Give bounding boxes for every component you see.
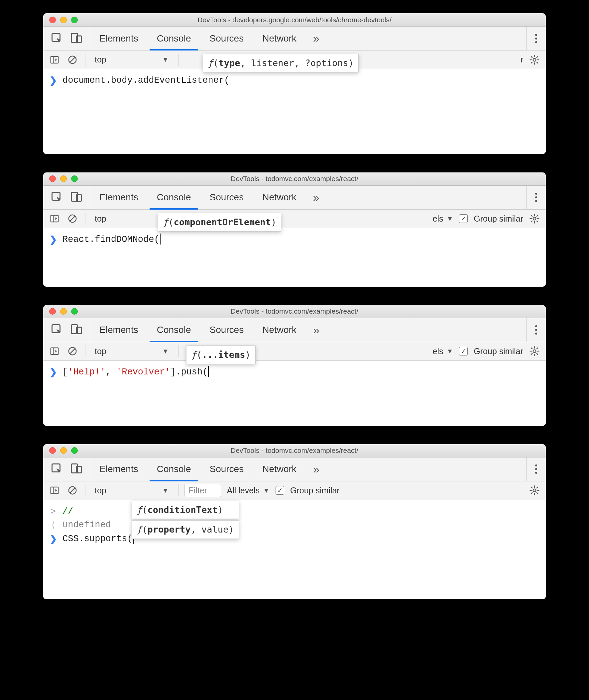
clear-console-icon[interactable] <box>66 55 79 65</box>
inspect-element-icon[interactable] <box>50 32 62 45</box>
tab-console[interactable]: Console <box>148 186 200 209</box>
console-input[interactable]: CSS.supports( <box>62 532 134 546</box>
zoom-icon[interactable] <box>71 17 78 23</box>
tab-network[interactable]: Network <box>253 457 306 481</box>
tabs-overflow-icon[interactable]: » <box>306 27 327 50</box>
console-input[interactable]: document.body.addEventListener( <box>62 74 230 88</box>
tab-console[interactable]: Console <box>148 457 200 481</box>
tab-network[interactable]: Network <box>253 318 306 342</box>
settings-gear-icon[interactable] <box>528 54 541 65</box>
minimize-icon[interactable] <box>60 447 67 454</box>
svg-rect-3 <box>51 56 58 63</box>
clear-console-icon[interactable] <box>66 485 79 495</box>
svg-rect-54 <box>51 487 58 494</box>
toggle-sidebar-icon[interactable] <box>48 214 61 224</box>
more-menu-icon[interactable] <box>526 457 546 481</box>
console-body[interactable]: ƒ(conditionText)ƒ(property, value)≥//⟨un… <box>43 500 546 600</box>
tab-console[interactable]: Console <box>148 318 200 342</box>
context-selector[interactable]: top ▼ <box>91 345 172 358</box>
console-toolbar: top ▼ els ▼ ✓ Group similar <box>43 342 546 361</box>
close-icon[interactable] <box>49 308 56 315</box>
signature-tooltip: ƒ(conditionText)ƒ(property, value) <box>132 501 239 541</box>
clear-console-icon[interactable] <box>66 214 79 224</box>
tab-sources[interactable]: Sources <box>200 457 253 481</box>
console-input[interactable]: ['Help!', 'Revolver'].push( <box>62 365 209 379</box>
svg-line-66 <box>531 493 532 494</box>
svg-rect-37 <box>51 348 58 354</box>
signature-tooltip: ƒ(componentOrElement) <box>158 213 281 233</box>
window-title: DevTools - todomvc.com/examples/react/ <box>43 175 546 183</box>
tab-sources[interactable]: Sources <box>200 27 253 50</box>
more-menu-icon[interactable] <box>526 318 546 342</box>
zoom-icon[interactable] <box>71 176 78 182</box>
tabs-overflow-icon[interactable]: » <box>306 318 327 342</box>
tabs-overflow-icon[interactable]: » <box>306 186 327 209</box>
svg-point-59 <box>533 489 536 492</box>
log-levels-dropdown[interactable]: els ▼ <box>433 347 453 356</box>
console-line: ≥// <box>49 505 540 518</box>
console-body[interactable]: ƒ(type, listener, ?options)❯document.bod… <box>43 69 546 154</box>
tab-sources[interactable]: Sources <box>200 318 253 342</box>
tab-network[interactable]: Network <box>253 186 306 209</box>
context-selector[interactable]: top ▼ <box>91 53 172 66</box>
more-menu-icon[interactable] <box>526 186 546 209</box>
tab-elements[interactable]: Elements <box>90 27 148 50</box>
svg-marker-22 <box>55 218 57 220</box>
group-similar-checkbox[interactable]: ✓ <box>459 214 468 223</box>
svg-point-25 <box>533 217 536 220</box>
settings-gear-icon[interactable] <box>528 485 541 496</box>
tab-elements[interactable]: Elements <box>90 186 148 209</box>
window-titlebar: DevTools - todomvc.com/examples/react/ <box>43 444 546 457</box>
settings-gear-icon[interactable] <box>528 213 541 224</box>
minimize-icon[interactable] <box>60 308 67 315</box>
log-levels-dropdown[interactable]: els ▼ <box>433 214 453 224</box>
svg-marker-5 <box>55 58 57 61</box>
window-titlebar: DevTools - todomvc.com/examples/react/ <box>43 172 546 186</box>
group-similar-label-partial: r <box>521 55 523 64</box>
clear-console-icon[interactable] <box>66 346 79 356</box>
console-body[interactable]: ƒ(componentOrElement)❯React.findDOMNode( <box>43 228 546 287</box>
chevron-down-icon: ▼ <box>162 56 169 63</box>
svg-line-67 <box>537 487 538 488</box>
tabs-overflow-icon[interactable]: » <box>306 457 327 481</box>
zoom-icon[interactable] <box>71 308 78 315</box>
minimize-icon[interactable] <box>60 176 67 182</box>
tab-console[interactable]: Console <box>148 27 200 50</box>
device-toolbar-icon[interactable] <box>70 323 82 337</box>
toggle-sidebar-icon[interactable] <box>48 55 61 65</box>
tab-elements[interactable]: Elements <box>90 318 148 342</box>
settings-gear-icon[interactable] <box>528 346 541 356</box>
filter-input[interactable]: Filter <box>184 484 221 497</box>
minimize-icon[interactable] <box>60 17 67 23</box>
console-input[interactable]: React.findDOMNode( <box>62 233 161 247</box>
group-similar-checkbox[interactable]: ✓ <box>459 347 468 355</box>
console-body[interactable]: ƒ(...items)❯['Help!', 'Revolver'].push( <box>43 361 546 426</box>
toggle-sidebar-icon[interactable] <box>48 485 61 495</box>
context-selector[interactable]: top ▼ <box>91 484 172 497</box>
tab-elements[interactable]: Elements <box>90 457 148 481</box>
inspect-element-icon[interactable] <box>50 323 62 337</box>
devtools-window: DevTools - todomvc.com/examples/react/ E… <box>43 172 546 287</box>
console-input[interactable]: // <box>62 505 73 518</box>
tab-sources[interactable]: Sources <box>200 186 253 209</box>
log-levels-dropdown[interactable]: All levels ▼ <box>227 486 269 495</box>
svg-line-41 <box>70 349 75 354</box>
more-menu-icon[interactable] <box>526 27 546 50</box>
prompt-icon: ❯ <box>49 235 57 245</box>
tab-network[interactable]: Network <box>253 27 306 50</box>
device-toolbar-icon[interactable] <box>70 32 82 45</box>
device-toolbar-icon[interactable] <box>70 462 82 476</box>
zoom-icon[interactable] <box>71 447 78 454</box>
group-similar-checkbox[interactable]: ✓ <box>275 486 284 495</box>
device-toolbar-icon[interactable] <box>70 191 82 204</box>
toggle-sidebar-icon[interactable] <box>48 346 61 356</box>
close-icon[interactable] <box>49 447 56 454</box>
group-similar-label: Group similar <box>474 214 523 224</box>
svg-line-48 <box>537 353 538 354</box>
inspect-element-icon[interactable] <box>50 191 62 204</box>
panel-tabs: Elements Console Sources Network » <box>43 318 546 342</box>
svg-line-13 <box>531 56 532 57</box>
close-icon[interactable] <box>49 176 56 182</box>
close-icon[interactable] <box>49 17 56 23</box>
inspect-element-icon[interactable] <box>50 462 62 476</box>
